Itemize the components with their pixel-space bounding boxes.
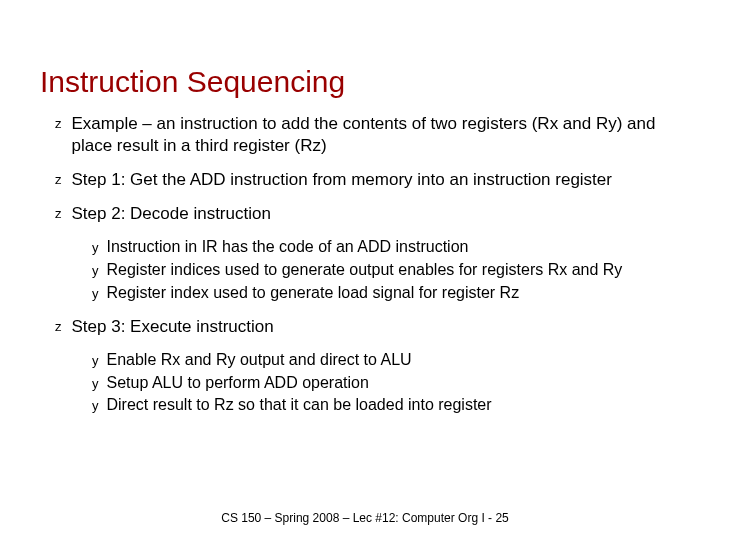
slide-footer: CS 150 – Spring 2008 – Lec #12: Computer… bbox=[0, 511, 730, 525]
sub-bullet-icon: y bbox=[92, 353, 99, 368]
bullet-step3: z Step 3: Execute instruction bbox=[40, 316, 690, 338]
step2-subitems: y Instruction in IR has the code of an A… bbox=[40, 237, 690, 303]
sub-bullet-icon: y bbox=[92, 286, 99, 301]
sub-bullet-icon: y bbox=[92, 240, 99, 255]
sub-bullet-text: Register index used to generate load sig… bbox=[107, 283, 520, 304]
sub-bullet: y Instruction in IR has the code of an A… bbox=[40, 237, 690, 258]
bullet-text: Step 1: Get the ADD instruction from mem… bbox=[72, 169, 612, 191]
bullet-example: z Example – an instruction to add the co… bbox=[40, 113, 690, 157]
sub-bullet: y Setup ALU to perform ADD operation bbox=[40, 373, 690, 394]
bullet-icon: z bbox=[55, 172, 62, 187]
bullet-icon: z bbox=[55, 319, 62, 334]
bullet-step2: z Step 2: Decode instruction bbox=[40, 203, 690, 225]
sub-bullet-icon: y bbox=[92, 398, 99, 413]
sub-bullet-text: Setup ALU to perform ADD operation bbox=[107, 373, 369, 394]
sub-bullet-text: Instruction in IR has the code of an ADD… bbox=[107, 237, 469, 258]
sub-bullet: y Register index used to generate load s… bbox=[40, 283, 690, 304]
sub-bullet: y Register indices used to generate outp… bbox=[40, 260, 690, 281]
sub-bullet: y Enable Rx and Ry output and direct to … bbox=[40, 350, 690, 371]
sub-bullet-text: Register indices used to generate output… bbox=[107, 260, 623, 281]
bullet-icon: z bbox=[55, 116, 62, 131]
sub-bullet-icon: y bbox=[92, 263, 99, 278]
sub-bullet-text: Enable Rx and Ry output and direct to AL… bbox=[107, 350, 412, 371]
sub-bullet-icon: y bbox=[92, 376, 99, 391]
bullet-step1: z Step 1: Get the ADD instruction from m… bbox=[40, 169, 690, 191]
bullet-icon: z bbox=[55, 206, 62, 221]
bullet-text: Step 3: Execute instruction bbox=[72, 316, 274, 338]
bullet-text: Step 2: Decode instruction bbox=[72, 203, 271, 225]
step3-subitems: y Enable Rx and Ry output and direct to … bbox=[40, 350, 690, 416]
sub-bullet-text: Direct result to Rz so that it can be lo… bbox=[107, 395, 492, 416]
slide-title: Instruction Sequencing bbox=[40, 65, 690, 99]
bullet-text: Example – an instruction to add the cont… bbox=[72, 113, 691, 157]
sub-bullet: y Direct result to Rz so that it can be … bbox=[40, 395, 690, 416]
